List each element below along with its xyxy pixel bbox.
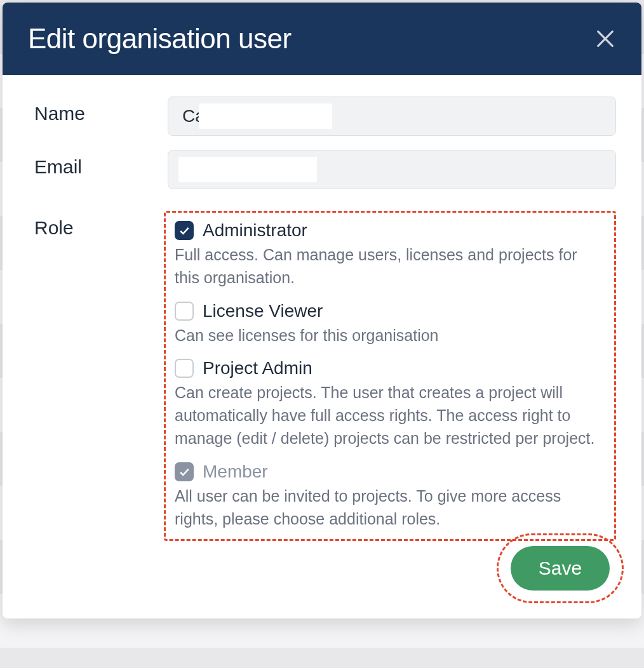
email-label: Email bbox=[34, 150, 168, 178]
role-desc-project-admin: Can create projects. The user that creat… bbox=[175, 381, 605, 450]
email-row: Email @gmail.com bbox=[34, 150, 616, 189]
role-project-admin: Project Admin Can create projects. The u… bbox=[175, 358, 605, 450]
edit-user-modal: Edit organisation user Name Ca d Email bbox=[3, 3, 641, 618]
role-label-administrator: Administrator bbox=[203, 220, 307, 241]
save-highlight: Save bbox=[497, 533, 624, 603]
role-license-viewer: License Viewer Can see licenses for this… bbox=[175, 301, 605, 347]
role-row: Role Administrator Full access. Can mana… bbox=[34, 211, 616, 541]
role-checkbox-project-admin[interactable] bbox=[175, 359, 194, 378]
role-checkbox-license-viewer[interactable] bbox=[175, 302, 194, 321]
role-group-highlight: Administrator Full access. Can manage us… bbox=[164, 211, 616, 541]
role-checkbox-administrator[interactable] bbox=[175, 221, 194, 240]
save-highlight-ring bbox=[497, 533, 624, 603]
role-label-project-admin: Project Admin bbox=[203, 358, 312, 378]
role-administrator: Administrator Full access. Can manage us… bbox=[175, 220, 605, 290]
close-icon bbox=[594, 28, 616, 50]
role-label-license-viewer: License Viewer bbox=[203, 301, 323, 321]
modal-header: Edit organisation user bbox=[3, 3, 641, 75]
role-label-member: Member bbox=[203, 462, 268, 482]
role-desc-member: All user can be invited to projects. To … bbox=[175, 484, 605, 531]
name-label: Name bbox=[34, 97, 168, 124]
role-checkbox-member bbox=[175, 462, 194, 481]
role-label: Role bbox=[34, 211, 168, 239]
role-member: Member All user can be invited to projec… bbox=[175, 462, 605, 531]
check-icon bbox=[178, 465, 191, 478]
name-input[interactable]: Ca d bbox=[168, 97, 616, 136]
name-row: Name Ca d bbox=[34, 97, 616, 136]
role-desc-license-viewer: Can see licenses for this organisation bbox=[175, 324, 605, 347]
email-input[interactable]: @gmail.com bbox=[168, 150, 616, 189]
role-desc-administrator: Full access. Can manage users, licenses … bbox=[175, 243, 605, 290]
close-button[interactable] bbox=[594, 28, 616, 50]
redaction-mask bbox=[199, 104, 332, 129]
modal-title: Edit organisation user bbox=[28, 23, 292, 55]
redaction-mask bbox=[178, 157, 317, 182]
check-icon bbox=[178, 224, 191, 237]
